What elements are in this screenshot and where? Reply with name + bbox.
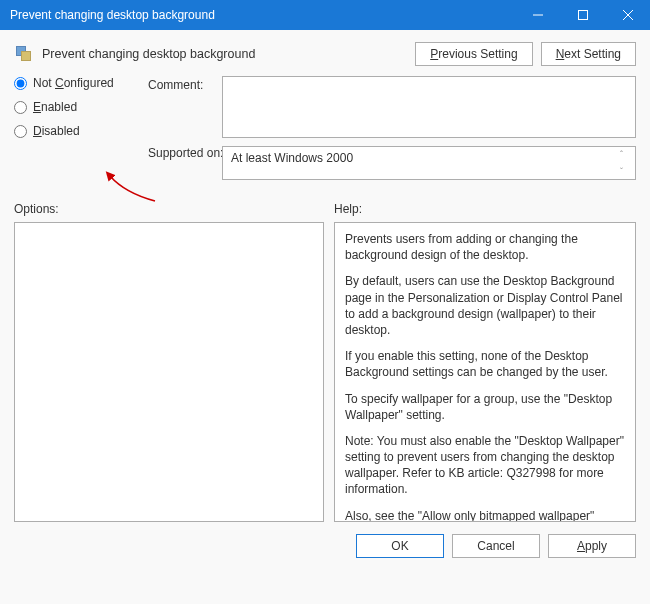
- minimize-button[interactable]: [515, 0, 560, 30]
- minimize-icon: [533, 10, 543, 20]
- help-text: Prevents users from adding or changing t…: [345, 231, 625, 522]
- policy-name: Prevent changing desktop background: [42, 47, 415, 61]
- help-paragraph: Prevents users from adding or changing t…: [345, 231, 625, 263]
- radio-enabled-input[interactable]: [14, 101, 27, 114]
- apply-button[interactable]: Apply: [548, 534, 636, 558]
- supported-on-field: At least Windows 2000 ˆˇ: [222, 146, 636, 180]
- help-pane: Prevents users from adding or changing t…: [334, 222, 636, 522]
- ok-button[interactable]: OK: [356, 534, 444, 558]
- previous-setting-button[interactable]: Previous Setting: [415, 42, 532, 66]
- radio-not-configured-input[interactable]: [14, 77, 27, 90]
- maximize-button[interactable]: [560, 0, 605, 30]
- help-paragraph: By default, users can use the Desktop Ba…: [345, 273, 625, 338]
- close-icon: [623, 10, 633, 20]
- dialog-buttons: OK Cancel Apply: [0, 522, 650, 570]
- next-setting-button[interactable]: Next Setting: [541, 42, 636, 66]
- help-label: Help:: [334, 202, 636, 216]
- radio-disabled[interactable]: Disabled: [14, 124, 144, 138]
- scrollbar[interactable]: ˆˇ: [620, 150, 632, 176]
- supported-on-label: Supported on:: [148, 138, 218, 160]
- close-button[interactable]: [605, 0, 650, 30]
- policy-header: Prevent changing desktop background Prev…: [0, 30, 650, 76]
- state-radio-group: Not Configured Enabled Disabled: [14, 76, 144, 148]
- cancel-button[interactable]: Cancel: [452, 534, 540, 558]
- help-paragraph: Note: You must also enable the "Desktop …: [345, 433, 625, 498]
- options-label: Options:: [14, 202, 324, 216]
- radio-not-configured[interactable]: Not Configured: [14, 76, 144, 90]
- titlebar: Prevent changing desktop background: [0, 0, 650, 30]
- comment-field[interactable]: [222, 76, 636, 138]
- help-paragraph: If you enable this setting, none of the …: [345, 348, 625, 380]
- options-pane: [14, 222, 324, 522]
- radio-enabled[interactable]: Enabled: [14, 100, 144, 114]
- window-title: Prevent changing desktop background: [10, 8, 515, 22]
- maximize-icon: [578, 10, 588, 20]
- policy-icon: [14, 44, 34, 64]
- supported-on-value: At least Windows 2000: [231, 151, 353, 165]
- comment-label: Comment:: [148, 76, 218, 92]
- help-paragraph: To specify wallpaper for a group, use th…: [345, 391, 625, 423]
- radio-disabled-input[interactable]: [14, 125, 27, 138]
- svg-rect-1: [578, 11, 587, 20]
- help-paragraph: Also, see the "Allow only bitmapped wall…: [345, 508, 625, 522]
